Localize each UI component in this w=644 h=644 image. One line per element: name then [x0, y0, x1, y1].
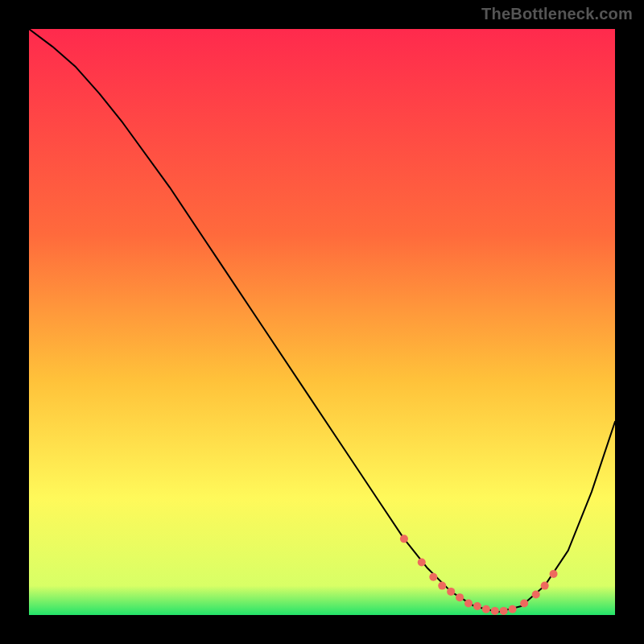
highlight-dot — [473, 602, 481, 610]
highlight-dot — [429, 573, 437, 581]
highlight-dot — [491, 607, 499, 615]
highlight-dot — [550, 570, 558, 578]
highlight-dot — [520, 599, 528, 607]
chart-frame: TheBottleneck.com — [0, 0, 644, 644]
highlight-dot — [509, 605, 517, 613]
highlight-dot — [418, 558, 426, 566]
highlight-dot — [500, 607, 508, 615]
watermark-text: TheBottleneck.com — [481, 5, 633, 23]
highlight-dot — [541, 582, 549, 590]
highlight-dot — [456, 593, 464, 601]
highlight-dot — [482, 605, 490, 613]
chart-svg — [29, 29, 615, 615]
highlight-dot — [464, 599, 473, 607]
plot-area — [29, 29, 615, 615]
highlight-dot — [447, 588, 455, 596]
highlight-dot — [400, 535, 408, 543]
highlight-dot — [532, 591, 540, 599]
highlight-dot — [438, 582, 446, 590]
gradient-background — [29, 29, 615, 615]
